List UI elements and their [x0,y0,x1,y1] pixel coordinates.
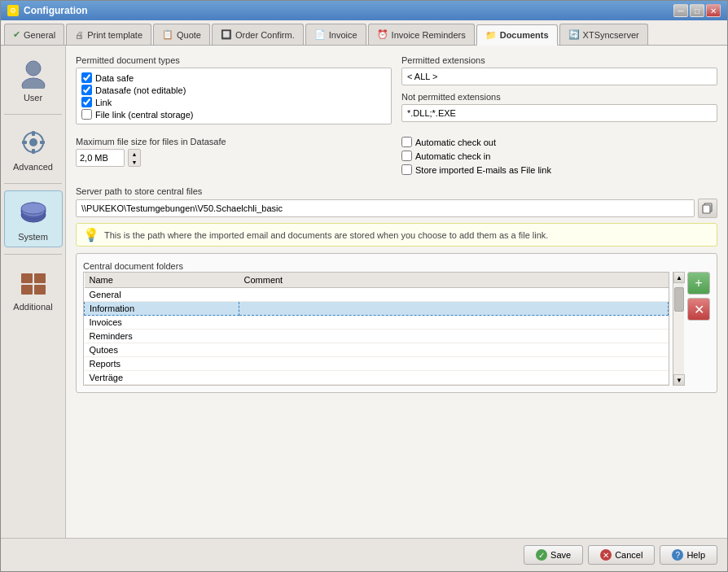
tab-xtsyncserver[interactable]: 🔄 XTSyncserver [559,24,648,45]
add-folder-button[interactable]: + [687,272,710,295]
scroll-thumb[interactable] [674,287,684,312]
checkbox-datasafe-not-editable-input[interactable] [81,85,92,95]
auto-checkin-label: Automatic check in [415,151,490,161]
tab-documents[interactable]: 📁 Documents [476,24,558,46]
table-row[interactable]: Invoices [85,316,669,330]
not-permitted-ext-input[interactable] [401,104,717,122]
folders-table: Name Comment General Information Invoice… [84,273,669,385]
checkbox-data-safe-input[interactable] [81,72,92,83]
folders-scrollbar[interactable]: ▲ ▼ [673,272,684,386]
folder-name-cell: Verträge [85,371,239,385]
table-row[interactable]: Information [85,302,669,316]
folder-comment-cell [239,371,669,385]
folder-comment-cell [239,343,669,357]
auto-checkout-label: Automatic check out [415,138,496,147]
svg-point-3 [29,138,37,146]
table-row[interactable]: Reports [85,357,669,371]
svg-rect-14 [21,285,33,295]
svg-rect-17 [703,205,710,213]
cancel-icon: ✕ [600,549,612,561]
file-size-row: ▲ ▼ [76,149,392,167]
invoice-label: Invoice [329,30,357,40]
sidebar-item-user[interactable]: User [4,52,63,107]
auto-options-section: Automatic check out Automatic check in S… [401,137,717,178]
tab-print-template[interactable]: 🖨 Print template [66,24,151,45]
documents-icon: 📁 [485,30,497,41]
permitted-extensions-section: Permitted extensions Not permitted exten… [401,55,717,129]
col-name: Name [85,273,239,288]
scroll-down-button[interactable]: ▼ [673,374,685,386]
info-icon: 💡 [83,227,99,242]
permitted-ext-input[interactable] [401,68,717,85]
print-template-label: Print template [87,30,143,40]
folder-name-cell: Invoices [85,316,239,330]
svg-rect-7 [40,141,45,144]
path-copy-button[interactable] [698,199,717,218]
tab-order-confirm[interactable]: 🔲 Order Confirm. [212,24,304,45]
tab-invoice[interactable]: 📄 Invoice [305,24,366,45]
folder-name-cell: Reminders [85,330,239,343]
table-row[interactable]: Verträge [85,371,669,385]
order-confirm-label: Order Confirm. [235,30,295,40]
svg-rect-15 [34,285,46,295]
sidebar-additional-label: Additional [13,302,52,312]
store-emails-label: Store imported E-mails as File link [415,165,551,175]
store-emails-row: Store imported E-mails as File link [401,164,717,175]
checkbox-data-safe-label: Data safe [95,73,134,83]
window-icon: ⚙ [7,5,19,16]
svg-rect-13 [34,273,46,283]
help-button[interactable]: ? Help [660,545,717,565]
checkbox-link-input[interactable] [81,97,92,107]
checkbox-link-label: Link [95,98,112,107]
maximize-button[interactable]: □ [690,4,704,17]
auto-checkout-checkbox[interactable] [401,137,412,147]
scroll-up-button[interactable]: ▲ [673,272,685,283]
auto-checkin-checkbox[interactable] [401,151,412,161]
sidebar-item-system[interactable]: System [4,190,63,247]
folders-row: Name Comment General Information Invoice… [83,272,710,386]
permitted-doc-types-section: Permitted document types Data safe Datas… [76,55,392,129]
file-size-spinner[interactable]: ▲ ▼ [128,149,141,167]
folder-comment-cell [239,330,669,343]
general-tab-label: General [24,30,55,40]
print-template-icon: 🖨 [75,30,84,40]
table-row[interactable]: General [85,288,669,302]
permitted-ext-group: Permitted extensions [401,55,717,85]
folder-name-cell: Information [85,302,239,316]
file-size-input[interactable] [76,149,125,167]
sidebar-divider-3 [4,254,62,255]
sidebar-advanced-label: Advanced [13,162,53,172]
remove-folder-button[interactable]: ✕ [687,298,710,321]
checkbox-datasafe-not-editable: Datasafe (not editable) [80,84,388,96]
footer: ✓ Save ✕ Cancel ? Help [1,538,727,571]
svg-rect-12 [21,273,33,283]
checkbox-file-link-input[interactable] [81,109,92,120]
tab-invoice-reminders[interactable]: ⏰ Invoice Reminders [368,24,475,45]
save-button[interactable]: ✓ Save [524,545,583,565]
xtsyncserver-icon: 🔄 [568,29,580,40]
cancel-button[interactable]: ✕ Cancel [588,545,655,565]
spinner-down[interactable]: ▼ [129,158,140,166]
invoice-icon: 📄 [314,29,326,40]
tab-quote[interactable]: 📋 Quote [153,24,210,45]
close-button[interactable]: ✕ [706,4,721,17]
save-label: Save [550,550,571,560]
spinner-up[interactable]: ▲ [129,150,140,158]
not-permitted-ext-label: Not permitted extensions [401,92,717,102]
permitted-doc-types-list: Data safe Datasafe (not editable) Link [76,68,392,124]
sidebar-item-advanced[interactable]: Advanced [4,121,63,177]
minimize-button[interactable]: ─ [673,4,688,17]
sidebar-divider-1 [4,114,62,115]
info-text: This is the path where the imported emai… [104,230,548,240]
store-emails-checkbox[interactable] [401,164,412,175]
system-avatar [17,196,50,229]
table-row[interactable]: Reminders [85,330,669,343]
table-row[interactable]: Qutoes [85,343,669,357]
col-comment: Comment [239,273,669,288]
tab-general[interactable]: ✔ General [4,24,64,45]
svg-point-11 [21,203,46,214]
title-bar-left: ⚙ Configuration [7,5,88,16]
sidebar-item-additional[interactable]: Additional [4,261,63,317]
server-path-input[interactable] [76,199,695,217]
checkbox-data-safe: Data safe [80,72,388,84]
